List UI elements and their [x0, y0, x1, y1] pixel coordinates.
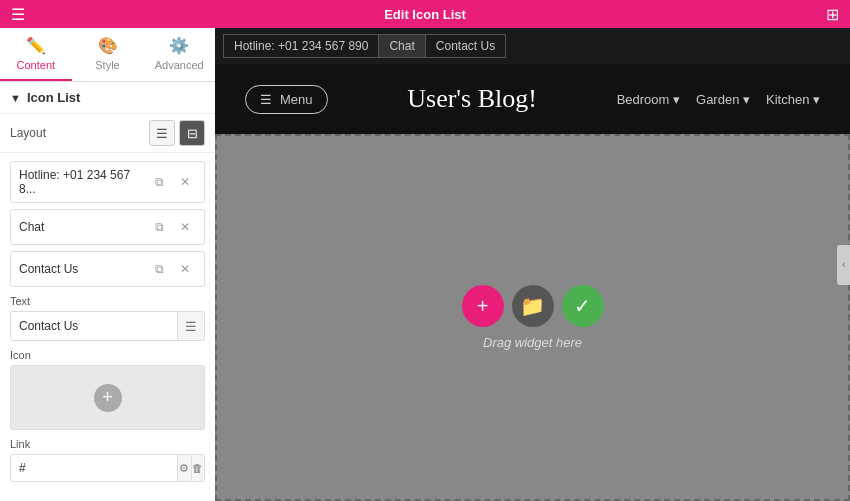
menu-hamburger-icon: ☰ — [260, 92, 272, 107]
icon-field-label: Icon — [10, 349, 205, 361]
drag-widget-label: Drag widget here — [483, 335, 582, 350]
tab-advanced[interactable]: ⚙️ Advanced — [143, 28, 215, 81]
hamburger-menu-icon[interactable]: ☰ — [0, 0, 36, 28]
top-bar: ☰ Edit Icon List ⊞ — [0, 0, 850, 28]
main-layout: ✏️ Content 🎨 Style ⚙️ Advanced ▼ Icon Li… — [0, 28, 850, 501]
item3-delete-button[interactable]: ✕ — [174, 258, 196, 280]
layout-label: Layout — [10, 126, 149, 140]
canvas-hotline-item[interactable]: Hotline: +01 234 567 890 — [223, 34, 379, 58]
section-title: Icon List — [27, 90, 80, 105]
text-field-row: Text ☰ — [10, 295, 205, 341]
item1-copy-button[interactable]: ⧉ — [148, 171, 170, 193]
item2-actions: ⧉ ✕ — [148, 216, 196, 238]
item1-actions: ⧉ ✕ — [148, 171, 196, 193]
tab-content-label: Content — [17, 59, 56, 71]
item1-delete-button[interactable]: ✕ — [174, 171, 196, 193]
text-field-label: Text — [10, 295, 205, 307]
canvas-blog-header: ☰ Menu User's Blog! Bedroom ▾ Garden ▾ K… — [215, 64, 850, 134]
canvas-blog-title: User's Blog! — [407, 84, 537, 114]
canvas-nav-garden[interactable]: Garden ▾ — [696, 92, 750, 107]
layout-list-button[interactable]: ☰ — [149, 120, 175, 146]
canvas-drag-buttons: + 📁 ✓ — [462, 285, 604, 327]
canvas-chat-item[interactable]: Chat — [379, 34, 425, 58]
canvas-menu-button[interactable]: ☰ Menu — [245, 85, 328, 114]
icon-field-row: Icon + — [10, 349, 205, 430]
item2-copy-button[interactable]: ⧉ — [148, 216, 170, 238]
list-item: Hotline: +01 234 567 8... ⧉ ✕ — [10, 161, 205, 203]
tab-content[interactable]: ✏️ Content — [0, 28, 72, 81]
link-input[interactable] — [11, 456, 177, 480]
canvas-nav-bedroom[interactable]: Bedroom ▾ — [617, 92, 680, 107]
contact-us-expanded: Text ☰ Icon + Link ⚙ 🗑 — [0, 295, 215, 498]
canvas-menu-label: Menu — [280, 92, 313, 107]
item2-label: Chat — [19, 220, 148, 234]
section-arrow-icon: ▼ — [10, 92, 21, 104]
icon-upload-plus: + — [94, 384, 122, 412]
link-delete-button[interactable]: 🗑 — [191, 455, 205, 481]
link-field-row: Link ⚙ 🗑 — [10, 438, 205, 482]
link-field-wrap: ⚙ 🗑 — [10, 454, 205, 482]
content-tab-icon: ✏️ — [26, 36, 46, 55]
list-item: Chat ⧉ ✕ — [10, 209, 205, 245]
layout-buttons: ☰ ⊟ — [149, 120, 205, 146]
grid-view-icon[interactable]: ⊞ — [814, 0, 850, 28]
layout-row: Layout ☰ ⊟ — [0, 114, 215, 153]
canvas-area: Hotline: +01 234 567 890 Chat Contact Us… — [215, 28, 850, 501]
canvas-nav-kitchen[interactable]: Kitchen ▾ — [766, 92, 820, 107]
tab-style-label: Style — [95, 59, 119, 71]
drag-folder-button[interactable]: 📁 — [512, 285, 554, 327]
canvas-nav: Bedroom ▾ Garden ▾ Kitchen ▾ — [617, 92, 820, 107]
item3-actions: ⧉ ✕ — [148, 258, 196, 280]
item2-delete-button[interactable]: ✕ — [174, 216, 196, 238]
tab-advanced-label: Advanced — [155, 59, 204, 71]
icon-upload-area[interactable]: + — [10, 365, 205, 430]
item3-label: Contact Us — [19, 262, 148, 276]
canvas-drag-area[interactable]: + 📁 ✓ Drag widget here — [215, 134, 850, 501]
tabs-bar: ✏️ Content 🎨 Style ⚙️ Advanced — [0, 28, 215, 82]
drag-check-button[interactable]: ✓ — [562, 285, 604, 327]
item1-label: Hotline: +01 234 567 8... — [19, 168, 148, 196]
panel-collapse-handle[interactable]: ‹ — [837, 245, 850, 285]
text-input-wrap: ☰ — [10, 311, 205, 341]
tab-style[interactable]: 🎨 Style — [72, 28, 144, 81]
icon-list-items: Hotline: +01 234 567 8... ⧉ ✕ Chat ⧉ ✕ C… — [0, 153, 215, 295]
text-input[interactable] — [11, 314, 177, 338]
icon-list-section-header[interactable]: ▼ Icon List — [0, 82, 215, 114]
canvas-contact-item[interactable]: Contact Us — [426, 34, 506, 58]
page-title: Edit Icon List — [36, 7, 814, 22]
canvas-topbar: Hotline: +01 234 567 890 Chat Contact Us — [215, 28, 850, 64]
layout-grid-button[interactable]: ⊟ — [179, 120, 205, 146]
text-field-icon[interactable]: ☰ — [177, 312, 204, 340]
link-settings-button[interactable]: ⚙ — [177, 455, 191, 481]
link-field-label: Link — [10, 438, 205, 450]
style-tab-icon: 🎨 — [98, 36, 118, 55]
left-panel: ✏️ Content 🎨 Style ⚙️ Advanced ▼ Icon Li… — [0, 28, 215, 501]
drag-add-button[interactable]: + — [462, 285, 504, 327]
advanced-tab-icon: ⚙️ — [169, 36, 189, 55]
item3-copy-button[interactable]: ⧉ — [148, 258, 170, 280]
list-item: Contact Us ⧉ ✕ — [10, 251, 205, 287]
